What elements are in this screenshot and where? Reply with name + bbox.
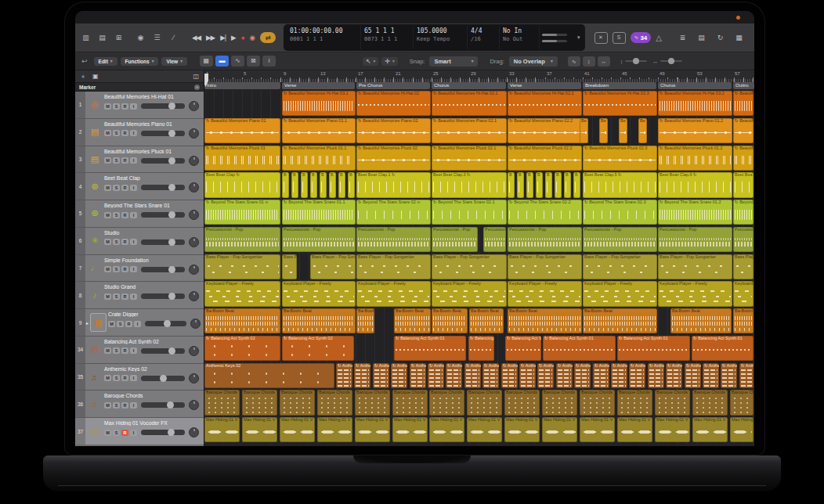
- region[interactable]: ↻ Anthe: [501, 363, 518, 388]
- section-marker[interactable]: Verse: [508, 82, 581, 89]
- section-marker[interactable]: Breakdown: [583, 82, 656, 89]
- track-r-button[interactable]: R: [121, 130, 128, 136]
- quick-help-icon[interactable]: ⊞: [113, 33, 125, 43]
- vertical-zoom-slider[interactable]: ↕: [620, 59, 648, 64]
- region[interactable]: ↻ Beautiful Memories Pluck 02.3: [583, 146, 657, 171]
- volume-slider[interactable]: [141, 131, 185, 136]
- region[interactable]: ↻ Anthe: [685, 363, 701, 388]
- region[interactable]: Baroque Chords: [730, 390, 754, 415]
- region[interactable]: Beet Beat Clap ↻: [204, 172, 280, 197]
- region[interactable]: B: [291, 172, 298, 197]
- track-r-button[interactable]: R: [121, 103, 128, 110]
- track-i-button[interactable]: I: [130, 157, 137, 164]
- track-header-4[interactable]: 4⊚Beet Beat ClapMSRI: [75, 173, 204, 200]
- region[interactable]: ↻ Anthe: [629, 363, 645, 388]
- pan-knob[interactable]: [189, 237, 199, 247]
- section-marker[interactable]: Chorus: [658, 82, 732, 89]
- region[interactable]: Bass Player - Pop Songwriter: [432, 254, 507, 279]
- track-i-button[interactable]: I: [130, 239, 137, 245]
- region[interactable]: B: [338, 172, 345, 197]
- region[interactable]: ↻ Anthe: [519, 363, 536, 388]
- region[interactable]: Max Hiding 01 V: [617, 417, 652, 442]
- track-i-button[interactable]: I: [130, 103, 137, 110]
- browsers-icon[interactable]: ▦: [733, 33, 745, 43]
- track-header-5[interactable]: 5⊚Beyond The Stars Snare 01MSRI: [75, 200, 204, 228]
- region[interactable]: Max Hiding 01 V: [204, 417, 240, 442]
- region[interactable]: ↻ Beyond The Stars Snare 02.3: [583, 200, 657, 225]
- track-i-button[interactable]: I: [130, 266, 137, 272]
- region[interactable]: Keyboard Player - Freely: [583, 281, 657, 306]
- region[interactable]: Max Hiding 01 V: [242, 417, 277, 442]
- region[interactable]: B: [545, 172, 552, 197]
- region[interactable]: Keyboard Player - Freely: [508, 281, 582, 306]
- track-r-button[interactable]: R: [125, 321, 132, 327]
- region[interactable]: ↻ Beautiful Memories Hi-Hat 03.1: [282, 91, 356, 116]
- region[interactable]: B: [348, 172, 355, 197]
- region[interactable]: B: [564, 172, 571, 197]
- duplicate-track-button[interactable]: ▣: [92, 73, 99, 80]
- update-badge[interactable]: ∿34: [631, 32, 652, 43]
- region[interactable]: Bass Player - Pop Songwriter: [204, 254, 280, 279]
- timeline-ruler[interactable]: 159131721252933374145495357: [204, 70, 754, 83]
- region[interactable]: Bass Player - Pop Songwriter: [356, 254, 431, 279]
- list-editors-icon[interactable]: ≣: [677, 33, 688, 43]
- region[interactable]: ↻ Beautiful Memories Piano 01.1: [282, 118, 356, 143]
- volume-slider[interactable]: [141, 158, 185, 164]
- track-m-button[interactable]: M: [104, 212, 111, 218]
- track-m-button[interactable]: M: [104, 402, 111, 409]
- region[interactable]: Baroque Chords: [467, 390, 502, 415]
- menu-view[interactable]: View▾: [161, 57, 186, 66]
- region[interactable]: ↻ Anthe: [666, 363, 682, 388]
- track-i-button[interactable]: I: [130, 293, 137, 300]
- region[interactable]: ↻ Beautiful Memories Hi-Hat: [733, 91, 754, 116]
- pan-knob[interactable]: [189, 101, 199, 111]
- region[interactable]: Max Hiding 01 V: [542, 417, 577, 442]
- region[interactable]: B: [573, 172, 580, 197]
- catch-playhead-button[interactable]: ↩: [81, 57, 88, 65]
- region[interactable]: ↻ Beyond The Stars Snare 02.1: [432, 200, 507, 225]
- region[interactable]: Ba-Boom Beat: [204, 308, 280, 333]
- region[interactable]: ↻ Beautiful Memories Piano 02.2: [508, 118, 582, 143]
- region[interactable]: Max Hiding 01 V: [580, 417, 615, 442]
- region[interactable]: Baroque Chords: [504, 390, 540, 415]
- region[interactable]: Ba-Boom Beat: [282, 308, 356, 333]
- lcd-chevron-icon[interactable]: ▾: [576, 34, 582, 41]
- region[interactable]: Max Hiding 01 V: [504, 417, 540, 442]
- capture-record-button[interactable]: ◉: [250, 34, 255, 41]
- track-header-6[interactable]: 6✳StudioMSRI: [75, 228, 204, 255]
- automation-button[interactable]: ∿: [231, 56, 244, 67]
- track-i-button[interactable]: I: [130, 185, 137, 191]
- region[interactable]: Ba-Boom Beat: [469, 308, 504, 333]
- region[interactable]: ↻ Beautiful Memories Hi-Hat 02.2: [508, 91, 582, 116]
- track-r-button[interactable]: R: [121, 402, 128, 409]
- track-s-button[interactable]: S: [113, 130, 120, 136]
- region[interactable]: Max Hiding 01 V: [355, 417, 390, 442]
- section-marker[interactable]: Pre Chorus: [356, 82, 430, 89]
- note-pads-icon[interactable]: ▤: [696, 33, 707, 43]
- volume-slider[interactable]: [141, 376, 185, 381]
- track-m-button[interactable]: M: [104, 185, 111, 191]
- region[interactable]: ↻ Beyond The Stars Snare 02 ∞: [356, 200, 431, 225]
- lcd-field-3[interactable]: 4/4/16: [467, 26, 499, 49]
- slider-knob[interactable]: [668, 58, 674, 64]
- volume-slider[interactable]: [141, 212, 185, 218]
- region[interactable]: Beet Beat Clap.1 ↻: [356, 172, 431, 197]
- region[interactable]: Ba-Boom Beat: [432, 308, 468, 333]
- track-s-button[interactable]: S: [113, 375, 120, 381]
- region[interactable]: ↻ Anthe: [648, 363, 664, 388]
- region[interactable]: ↻ Anthe: [537, 363, 554, 388]
- track-header-36[interactable]: 36♬Baroque ChordsMSRI: [75, 391, 204, 418]
- region[interactable]: B: [329, 172, 336, 197]
- region[interactable]: ↻ Balancing Act Synth 01: [692, 336, 754, 361]
- region[interactable]: B: [320, 172, 327, 197]
- region[interactable]: ↻ Anthe: [336, 363, 352, 388]
- editors-icon[interactable]: ∕: [168, 33, 179, 43]
- region[interactable]: Keyboard Player - Freely: [356, 281, 431, 306]
- lcd-field-1[interactable]: 65 1 1 10073 1 1 1: [360, 26, 413, 49]
- menu-functions[interactable]: Functions▾: [121, 57, 159, 66]
- track-s-button[interactable]: S: [113, 239, 120, 245]
- flex-button[interactable]: ≀: [262, 56, 276, 67]
- rewind-button[interactable]: ◀◀: [192, 34, 201, 41]
- pan-knob[interactable]: [189, 182, 199, 193]
- region[interactable]: ↻ Beautiful Memories Pluck 02.2: [508, 146, 582, 171]
